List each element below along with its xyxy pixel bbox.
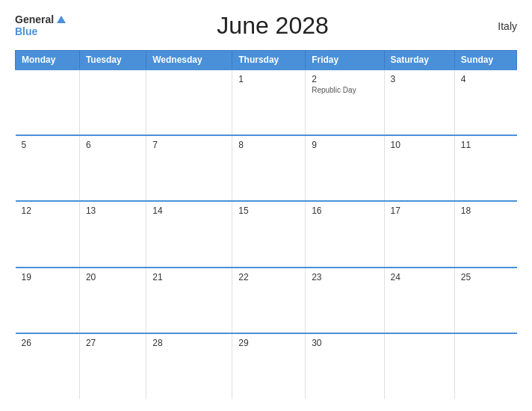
day-event: Republic Day: [312, 86, 377, 94]
day-number: 14: [152, 206, 226, 216]
day-number: 21: [152, 272, 226, 282]
calendar-cell: 22: [232, 268, 306, 333]
calendar-cell: 1: [232, 69, 306, 135]
header: General Blue June 2028 Italy: [15, 12, 517, 40]
calendar-cell: 20: [79, 268, 146, 333]
day-number: 27: [86, 338, 140, 348]
calendar-cell: 21: [146, 268, 232, 333]
calendar-cell: 4: [454, 69, 516, 135]
weekday-header-friday: Friday: [306, 51, 384, 70]
weekday-header-thursday: Thursday: [232, 51, 306, 70]
weekday-header-wednesday: Wednesday: [146, 51, 232, 70]
calendar-cell: 8: [232, 135, 306, 201]
day-number: 24: [391, 272, 448, 282]
calendar-cell: 13: [79, 201, 146, 267]
day-number: 13: [86, 206, 140, 216]
calendar-cell: 15: [232, 201, 306, 267]
weekday-header-sunday: Sunday: [454, 51, 516, 70]
weekday-header-row: MondayTuesdayWednesdayThursdayFridaySatu…: [16, 51, 517, 70]
calendar-cell: [384, 333, 454, 399]
calendar-cell: 24: [384, 268, 454, 333]
calendar-cell: 28: [146, 333, 232, 399]
calendar-cell: 6: [79, 135, 146, 201]
weekday-header-saturday: Saturday: [384, 51, 454, 70]
day-number: 3: [391, 74, 448, 84]
logo: General Blue: [15, 14, 66, 37]
calendar-cell: 16: [306, 201, 384, 267]
calendar-table: MondayTuesdayWednesdayThursdayFridaySatu…: [15, 50, 517, 399]
day-number: 26: [22, 338, 73, 348]
calendar-title: June 2028: [66, 12, 480, 40]
weekday-header-monday: Monday: [16, 51, 80, 70]
calendar-cell: 18: [454, 201, 516, 267]
calendar-cell: 19: [16, 268, 80, 333]
calendar-cell: 17: [384, 201, 454, 267]
calendar-cell: [79, 69, 146, 135]
calendar-cell: 5: [16, 135, 80, 201]
calendar-cell: 10: [384, 135, 454, 201]
week-row-4: 19202122232425: [16, 268, 517, 333]
week-row-3: 12131415161718: [16, 201, 517, 267]
calendar-cell: 30: [306, 333, 384, 399]
logo-blue-text: Blue: [15, 26, 37, 37]
day-number: 10: [391, 140, 448, 150]
calendar-cell: 3: [384, 69, 454, 135]
calendar-cell: 27: [79, 333, 146, 399]
weekday-header-tuesday: Tuesday: [79, 51, 146, 70]
calendar-cell: [146, 69, 232, 135]
calendar-cell: 12: [16, 201, 80, 267]
day-number: 2: [312, 74, 377, 84]
day-number: 18: [461, 206, 511, 216]
day-number: 1: [238, 74, 299, 84]
calendar-cell: 23: [306, 268, 384, 333]
calendar-cell: 29: [232, 333, 306, 399]
day-number: 19: [22, 272, 73, 282]
calendar-cell: 7: [146, 135, 232, 201]
logo-triangle-icon: [57, 16, 66, 23]
week-row-5: 2627282930: [16, 333, 517, 399]
day-number: 15: [238, 206, 299, 216]
day-number: 16: [312, 206, 377, 216]
calendar-cell: 26: [16, 333, 80, 399]
country-label: Italy: [480, 20, 517, 32]
calendar-cell: 2Republic Day: [306, 69, 384, 135]
calendar-cell: 14: [146, 201, 232, 267]
calendar-page: General Blue June 2028 Italy MondayTuesd…: [0, 0, 532, 411]
day-number: 30: [312, 338, 377, 348]
calendar-cell: [454, 333, 516, 399]
calendar-cell: 9: [306, 135, 384, 201]
day-number: 4: [461, 74, 511, 84]
day-number: 20: [86, 272, 140, 282]
week-row-2: 567891011: [16, 135, 517, 201]
day-number: 28: [152, 338, 226, 348]
day-number: 6: [86, 140, 140, 150]
day-number: 17: [391, 206, 448, 216]
day-number: 7: [152, 140, 226, 150]
calendar-cell: [16, 69, 80, 135]
day-number: 25: [461, 272, 511, 282]
day-number: 11: [461, 140, 511, 150]
day-number: 29: [238, 338, 299, 348]
day-number: 22: [238, 272, 299, 282]
logo-general-text: General: [15, 14, 54, 25]
day-number: 12: [22, 206, 73, 216]
calendar-cell: 25: [454, 268, 516, 333]
calendar-cell: 11: [454, 135, 516, 201]
day-number: 9: [312, 140, 377, 150]
day-number: 5: [22, 140, 73, 150]
week-row-1: 12Republic Day34: [16, 69, 517, 135]
day-number: 8: [238, 140, 299, 150]
day-number: 23: [312, 272, 377, 282]
